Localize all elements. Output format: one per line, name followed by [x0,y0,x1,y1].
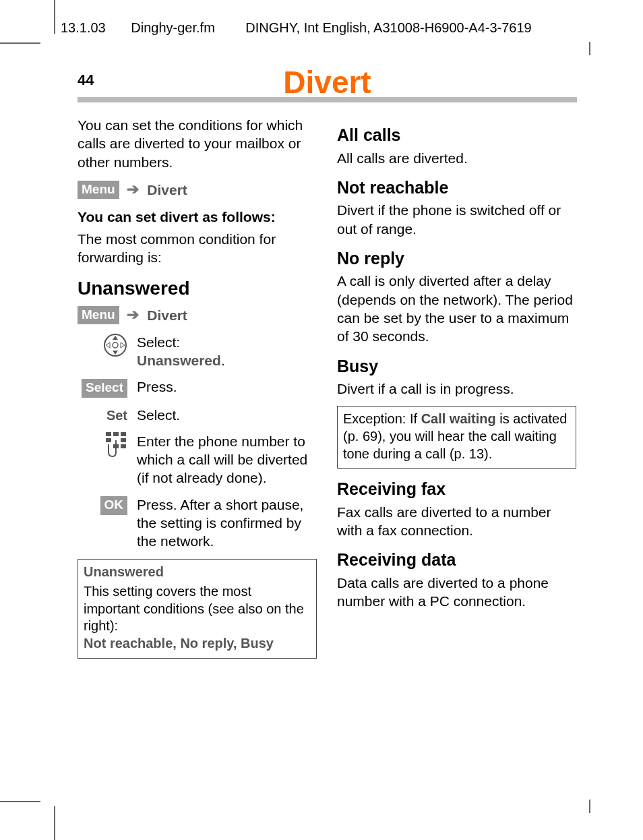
call-waiting-term: Call waiting [421,411,496,426]
unanswered-heading: Unanswered [78,276,317,301]
crop-mark [54,0,55,34]
svg-rect-8 [121,432,126,436]
crop-mark [589,800,590,813]
call-waiting-note-box: Exception: If Call waiting is activated … [337,406,576,469]
menu-key-label: Menu [78,306,119,325]
arrow-right-icon: ➔ [127,180,139,200]
step-set: Set Select. [78,406,317,424]
svg-marker-2 [113,336,118,340]
step-option: Unanswered [137,353,221,368]
svg-rect-10 [121,438,126,442]
step-ok: OK Press. After a short pause, the setti… [78,496,317,551]
title-rule [78,97,577,102]
step-enter-number: Enter the phone number to which a call w… [78,432,317,487]
right-column: All calls All calls are diverted. Not re… [337,115,576,659]
left-column: You can set the conditions for which cal… [78,115,317,659]
content-columns: You can set the conditions for which cal… [78,115,576,659]
note-title: Unanswered [84,564,311,581]
nav-target: Divert [147,182,187,198]
step-text: Press. [137,378,317,396]
all-calls-heading: All calls [337,124,576,146]
svg-point-1 [113,342,118,348]
svg-rect-6 [106,432,111,436]
busy-heading: Busy [337,355,576,378]
step-text: Select: [137,334,180,350]
page-title: Divert [78,64,577,100]
select-key-label: Select [82,379,127,398]
nav-path-1: Menu ➔ Divert [78,179,317,200]
menu-key-label: Menu [78,181,119,200]
step-select-unanswered: Select: Unanswered. [78,333,317,370]
no-reply-text: A call is only diverted after a delay (d… [337,272,576,345]
svg-rect-7 [113,432,119,436]
crop-mark [54,806,55,840]
all-calls-text: All calls are diverted. [337,149,576,167]
no-reply-heading: No reply [337,247,576,270]
step-text: Enter the phone number to which a call w… [137,432,317,487]
step-text: Select. [137,406,317,424]
step-press-select: Select Press. [78,378,317,397]
ok-key-label: OK [100,496,128,515]
crop-mark [0,42,40,44]
nav-path-2: Menu ➔ Divert [78,305,317,325]
svg-rect-12 [121,444,126,448]
step-text: Press. After a short pause, the setting … [137,496,317,551]
crop-mark [589,42,590,55]
note-subconditions: Not reachable, No reply, Busy [84,636,274,651]
common-condition-text: The most common condition for forwarding… [78,230,317,267]
header-docid: DINGHY, Int English, A31008-H6900-A4-3-7… [245,20,531,35]
busy-text: Divert if a call is in progress. [337,380,576,398]
svg-marker-5 [121,342,125,348]
set-divert-heading: You can set divert as follows: [78,208,317,226]
crop-mark [0,801,40,802]
nav-target: Divert [147,307,187,323]
svg-marker-4 [106,342,110,348]
svg-marker-3 [113,351,118,355]
header-filename: Dinghy-ger.fm [131,20,215,35]
manual-page: 13.1.03 Dinghy-ger.fm DINGHY, Int Englis… [0,0,643,840]
receiving-data-text: Data calls are diverted to a phone numbe… [337,574,576,611]
doc-header: 13.1.03 Dinghy-ger.fm DINGHY, Int Englis… [61,20,532,36]
arrow-right-icon: ➔ [127,305,139,325]
step-list: Select: Unanswered. Select Press. Set Se… [78,333,317,551]
unanswered-note-box: Unanswered This setting covers the most … [78,559,317,659]
receiving-data-heading: Receiving data [337,549,576,571]
receiving-fax-text: Fax calls are diverted to a number with … [337,503,576,540]
set-label: Set [106,408,127,423]
intro-text: You can set the conditions for which cal… [78,116,317,171]
svg-rect-9 [106,438,111,442]
receiving-fax-heading: Receiving fax [337,478,576,500]
dpad-icon [78,333,137,361]
note-fragment: Exception: If [343,411,421,426]
not-reachable-text: Divert if the phone is switched off or o… [337,201,576,238]
header-date: 13.1.03 [61,20,106,35]
not-reachable-heading: Not reachable [337,177,576,199]
note-body: This setting covers the most important c… [84,584,304,633]
keypad-icon [78,432,137,462]
